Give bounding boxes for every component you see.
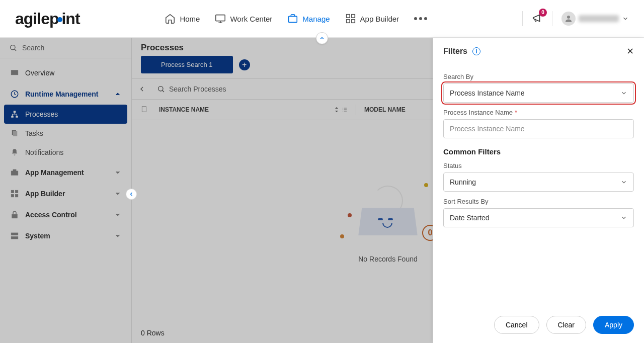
common-filters-title: Common Filters [443,147,634,156]
logo-text-b: int [61,10,79,28]
select-value: Process Instance Name [450,89,525,97]
nav-app-builder[interactable]: App Builder [345,13,399,24]
info-icon[interactable]: i [472,47,480,55]
sort-select[interactable]: Date Started [443,208,634,227]
grid-icon [345,13,356,24]
nav-center: Home Work Center Manage App Builder [165,0,427,37]
chevron-down-icon [620,90,627,97]
nav-app-builder-label: App Builder [360,15,399,23]
chevron-down-icon [622,15,629,22]
logo-text-a: agilep [15,10,58,28]
divider [552,11,552,26]
svg-rect-3 [351,15,354,18]
status-label: Status [443,162,634,169]
nav-manage[interactable]: Manage [287,13,330,24]
apply-button[interactable]: Apply [593,316,634,334]
briefcase-icon [287,13,298,24]
home-icon [165,13,176,24]
logo: agilepint [15,10,80,28]
monitor-icon [215,13,226,24]
svg-rect-1 [289,16,297,22]
nav-home-label: Home [180,15,200,23]
username-blur [579,15,619,22]
process-instance-name-input[interactable] [443,119,634,138]
close-button[interactable]: ✕ [626,46,634,57]
filters-footer: Cancel Clear Apply [433,307,644,343]
pin-label: Process Instance Name* [443,109,634,116]
svg-rect-4 [346,20,349,23]
modal-overlay[interactable] [0,38,433,343]
nav-home[interactable]: Home [165,13,200,24]
nav-work-center-label: Work Center [230,15,272,23]
search-by-label: Search By [443,73,634,80]
svg-point-6 [567,16,570,19]
filters-header: Filters i ✕ [433,38,644,65]
status-select[interactable]: Running [443,173,634,192]
chevron-down-icon [620,214,627,221]
nav-more[interactable] [414,17,427,20]
svg-rect-2 [346,15,349,18]
notifications-button[interactable]: 0 [532,13,543,25]
svg-rect-5 [351,20,354,23]
user-menu[interactable] [561,12,629,26]
svg-rect-0 [216,15,225,21]
chevron-down-icon [620,179,627,186]
nav-manage-label: Manage [302,15,330,23]
collapse-topnav-button[interactable] [316,32,328,44]
select-value: Date Started [450,214,490,222]
clear-button[interactable]: Clear [546,316,586,334]
filters-title: Filters [443,47,467,56]
filters-body: Search By Process Instance Name Process … [433,65,644,307]
filters-panel: Filters i ✕ Search By Process Instance N… [433,38,644,343]
search-by-select[interactable]: Process Instance Name [443,83,634,103]
notif-badge: 0 [539,9,547,17]
cancel-button[interactable]: Cancel [494,316,539,334]
avatar-icon [561,12,576,26]
divider [522,11,523,26]
select-value: Running [450,178,476,186]
nav-work-center[interactable]: Work Center [215,13,272,24]
nav-right: 0 [522,11,629,26]
sort-label: Sort Results By [443,198,634,205]
collapse-sidebar-button[interactable] [126,189,137,200]
